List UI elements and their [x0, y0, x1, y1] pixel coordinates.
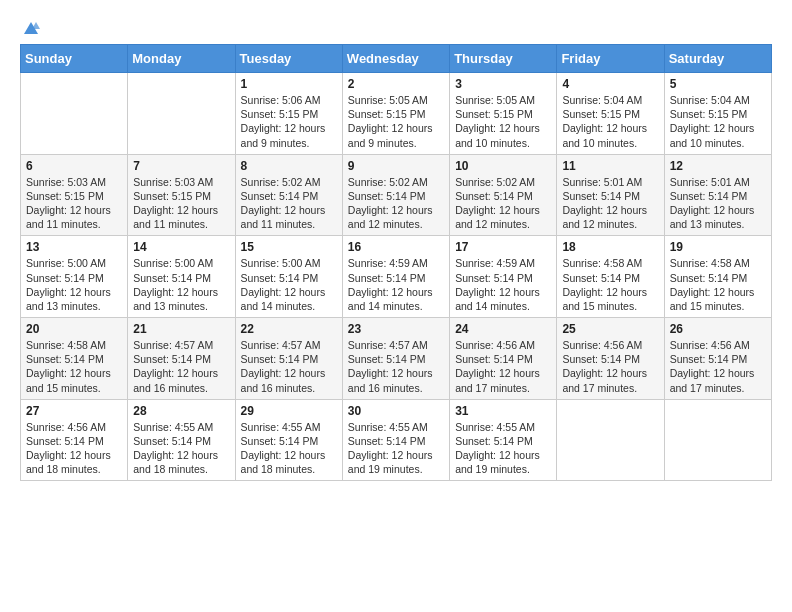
calendar-day-header: Saturday [664, 45, 771, 73]
day-detail: Sunrise: 5:04 AM Sunset: 5:15 PM Dayligh… [670, 93, 766, 150]
calendar-header-row: SundayMondayTuesdayWednesdayThursdayFrid… [21, 45, 772, 73]
logo [20, 20, 42, 38]
day-detail: Sunrise: 5:05 AM Sunset: 5:15 PM Dayligh… [455, 93, 551, 150]
day-number: 22 [241, 322, 337, 336]
day-number: 4 [562, 77, 658, 91]
day-number: 13 [26, 240, 122, 254]
day-detail: Sunrise: 5:04 AM Sunset: 5:15 PM Dayligh… [562, 93, 658, 150]
calendar-week-row: 20Sunrise: 4:58 AM Sunset: 5:14 PM Dayli… [21, 318, 772, 400]
calendar-cell: 7Sunrise: 5:03 AM Sunset: 5:15 PM Daylig… [128, 154, 235, 236]
calendar-cell: 15Sunrise: 5:00 AM Sunset: 5:14 PM Dayli… [235, 236, 342, 318]
day-number: 9 [348, 159, 444, 173]
calendar-cell: 17Sunrise: 4:59 AM Sunset: 5:14 PM Dayli… [450, 236, 557, 318]
day-number: 10 [455, 159, 551, 173]
calendar-cell [21, 73, 128, 155]
day-detail: Sunrise: 4:56 AM Sunset: 5:14 PM Dayligh… [670, 338, 766, 395]
day-number: 12 [670, 159, 766, 173]
calendar-day-header: Tuesday [235, 45, 342, 73]
day-detail: Sunrise: 4:56 AM Sunset: 5:14 PM Dayligh… [26, 420, 122, 477]
calendar-day-header: Wednesday [342, 45, 449, 73]
day-number: 17 [455, 240, 551, 254]
day-number: 20 [26, 322, 122, 336]
calendar-cell: 29Sunrise: 4:55 AM Sunset: 5:14 PM Dayli… [235, 399, 342, 481]
day-number: 11 [562, 159, 658, 173]
calendar-cell: 1Sunrise: 5:06 AM Sunset: 5:15 PM Daylig… [235, 73, 342, 155]
calendar-cell: 24Sunrise: 4:56 AM Sunset: 5:14 PM Dayli… [450, 318, 557, 400]
calendar-cell [664, 399, 771, 481]
day-number: 23 [348, 322, 444, 336]
calendar-cell: 23Sunrise: 4:57 AM Sunset: 5:14 PM Dayli… [342, 318, 449, 400]
day-detail: Sunrise: 5:00 AM Sunset: 5:14 PM Dayligh… [133, 256, 229, 313]
day-detail: Sunrise: 4:59 AM Sunset: 5:14 PM Dayligh… [455, 256, 551, 313]
day-detail: Sunrise: 4:57 AM Sunset: 5:14 PM Dayligh… [348, 338, 444, 395]
day-detail: Sunrise: 4:58 AM Sunset: 5:14 PM Dayligh… [670, 256, 766, 313]
calendar-cell: 12Sunrise: 5:01 AM Sunset: 5:14 PM Dayli… [664, 154, 771, 236]
calendar-cell: 10Sunrise: 5:02 AM Sunset: 5:14 PM Dayli… [450, 154, 557, 236]
calendar-cell: 2Sunrise: 5:05 AM Sunset: 5:15 PM Daylig… [342, 73, 449, 155]
calendar-cell: 5Sunrise: 5:04 AM Sunset: 5:15 PM Daylig… [664, 73, 771, 155]
day-number: 26 [670, 322, 766, 336]
calendar-cell: 21Sunrise: 4:57 AM Sunset: 5:14 PM Dayli… [128, 318, 235, 400]
day-number: 3 [455, 77, 551, 91]
calendar-cell [557, 399, 664, 481]
calendar-cell: 13Sunrise: 5:00 AM Sunset: 5:14 PM Dayli… [21, 236, 128, 318]
calendar-day-header: Friday [557, 45, 664, 73]
calendar-cell: 9Sunrise: 5:02 AM Sunset: 5:14 PM Daylig… [342, 154, 449, 236]
day-detail: Sunrise: 4:56 AM Sunset: 5:14 PM Dayligh… [562, 338, 658, 395]
calendar-cell: 14Sunrise: 5:00 AM Sunset: 5:14 PM Dayli… [128, 236, 235, 318]
day-detail: Sunrise: 5:02 AM Sunset: 5:14 PM Dayligh… [348, 175, 444, 232]
calendar-day-header: Monday [128, 45, 235, 73]
day-number: 14 [133, 240, 229, 254]
calendar-table: SundayMondayTuesdayWednesdayThursdayFrid… [20, 44, 772, 481]
day-detail: Sunrise: 4:57 AM Sunset: 5:14 PM Dayligh… [241, 338, 337, 395]
day-detail: Sunrise: 5:02 AM Sunset: 5:14 PM Dayligh… [241, 175, 337, 232]
calendar-cell: 31Sunrise: 4:55 AM Sunset: 5:14 PM Dayli… [450, 399, 557, 481]
day-number: 18 [562, 240, 658, 254]
svg-marker-1 [32, 22, 40, 29]
calendar-cell: 4Sunrise: 5:04 AM Sunset: 5:15 PM Daylig… [557, 73, 664, 155]
day-detail: Sunrise: 4:58 AM Sunset: 5:14 PM Dayligh… [562, 256, 658, 313]
day-number: 2 [348, 77, 444, 91]
day-number: 5 [670, 77, 766, 91]
calendar-cell: 3Sunrise: 5:05 AM Sunset: 5:15 PM Daylig… [450, 73, 557, 155]
day-detail: Sunrise: 5:00 AM Sunset: 5:14 PM Dayligh… [241, 256, 337, 313]
day-number: 16 [348, 240, 444, 254]
calendar-cell: 28Sunrise: 4:55 AM Sunset: 5:14 PM Dayli… [128, 399, 235, 481]
day-detail: Sunrise: 4:55 AM Sunset: 5:14 PM Dayligh… [241, 420, 337, 477]
day-detail: Sunrise: 5:05 AM Sunset: 5:15 PM Dayligh… [348, 93, 444, 150]
day-number: 8 [241, 159, 337, 173]
day-detail: Sunrise: 4:55 AM Sunset: 5:14 PM Dayligh… [455, 420, 551, 477]
calendar-cell: 16Sunrise: 4:59 AM Sunset: 5:14 PM Dayli… [342, 236, 449, 318]
calendar-cell: 27Sunrise: 4:56 AM Sunset: 5:14 PM Dayli… [21, 399, 128, 481]
calendar-cell: 22Sunrise: 4:57 AM Sunset: 5:14 PM Dayli… [235, 318, 342, 400]
day-number: 15 [241, 240, 337, 254]
day-detail: Sunrise: 4:55 AM Sunset: 5:14 PM Dayligh… [133, 420, 229, 477]
day-number: 7 [133, 159, 229, 173]
day-number: 25 [562, 322, 658, 336]
day-detail: Sunrise: 5:01 AM Sunset: 5:14 PM Dayligh… [562, 175, 658, 232]
day-detail: Sunrise: 4:57 AM Sunset: 5:14 PM Dayligh… [133, 338, 229, 395]
calendar-week-row: 6Sunrise: 5:03 AM Sunset: 5:15 PM Daylig… [21, 154, 772, 236]
calendar-cell: 20Sunrise: 4:58 AM Sunset: 5:14 PM Dayli… [21, 318, 128, 400]
calendar-cell: 18Sunrise: 4:58 AM Sunset: 5:14 PM Dayli… [557, 236, 664, 318]
day-number: 6 [26, 159, 122, 173]
calendar-day-header: Thursday [450, 45, 557, 73]
day-number: 1 [241, 77, 337, 91]
day-detail: Sunrise: 4:56 AM Sunset: 5:14 PM Dayligh… [455, 338, 551, 395]
calendar-cell: 26Sunrise: 4:56 AM Sunset: 5:14 PM Dayli… [664, 318, 771, 400]
day-number: 27 [26, 404, 122, 418]
calendar-cell: 19Sunrise: 4:58 AM Sunset: 5:14 PM Dayli… [664, 236, 771, 318]
day-detail: Sunrise: 4:55 AM Sunset: 5:14 PM Dayligh… [348, 420, 444, 477]
day-detail: Sunrise: 5:02 AM Sunset: 5:14 PM Dayligh… [455, 175, 551, 232]
day-number: 28 [133, 404, 229, 418]
calendar-cell [128, 73, 235, 155]
day-number: 29 [241, 404, 337, 418]
day-number: 30 [348, 404, 444, 418]
calendar-cell: 25Sunrise: 4:56 AM Sunset: 5:14 PM Dayli… [557, 318, 664, 400]
day-detail: Sunrise: 5:03 AM Sunset: 5:15 PM Dayligh… [133, 175, 229, 232]
calendar-cell: 30Sunrise: 4:55 AM Sunset: 5:14 PM Dayli… [342, 399, 449, 481]
calendar-week-row: 1Sunrise: 5:06 AM Sunset: 5:15 PM Daylig… [21, 73, 772, 155]
day-number: 24 [455, 322, 551, 336]
day-detail: Sunrise: 4:58 AM Sunset: 5:14 PM Dayligh… [26, 338, 122, 395]
calendar-day-header: Sunday [21, 45, 128, 73]
